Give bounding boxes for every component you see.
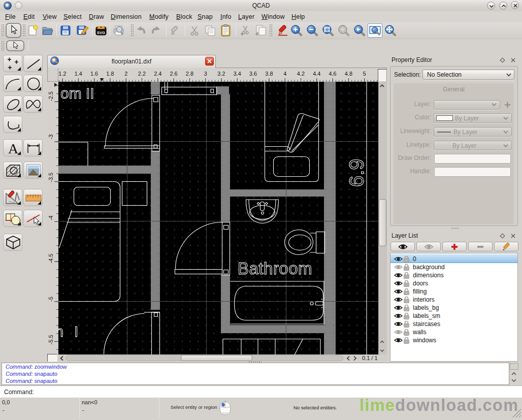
svg-text:4.8: 4.8 (345, 71, 352, 77)
svg-text:-4.5: -4.5 (48, 254, 54, 264)
svg-text:-5.5: -5.5 (48, 335, 54, 344)
svg-text:4.4: 4.4 (313, 71, 320, 77)
svg-text:3: 3 (204, 71, 207, 77)
svg-text:5: 5 (363, 71, 366, 77)
svg-text:1.2: 1.2 (58, 71, 66, 77)
svg-text:-3.5: -3.5 (48, 173, 54, 182)
svg-text:3.8: 3.8 (265, 71, 273, 77)
svg-text:SVG: SVG (97, 30, 105, 35)
svg-text:4.6: 4.6 (329, 71, 336, 77)
svg-text:3.6: 3.6 (249, 71, 257, 77)
svg-text:A: A (8, 141, 19, 156)
svg-text:1.8: 1.8 (106, 71, 114, 77)
svg-text:Bathroom: Bathroom (238, 259, 312, 278)
svg-text:om II: om II (60, 85, 94, 102)
svg-text:I: I (74, 323, 78, 340)
svg-text:-5: -5 (48, 297, 54, 302)
svg-text:3.4: 3.4 (234, 71, 241, 77)
svg-text:-4: -4 (48, 215, 54, 220)
svg-text:-3: -3 (48, 135, 54, 140)
svg-text:1.6: 1.6 (90, 71, 98, 77)
svg-text:2: 2 (124, 71, 127, 77)
svg-text:4: 4 (283, 71, 286, 77)
svg-text:2.2: 2.2 (138, 71, 146, 77)
svg-text:2.8: 2.8 (186, 71, 193, 77)
svg-text:m: m (58, 323, 63, 340)
svg-text:3.2: 3.2 (217, 71, 225, 77)
svg-text:1.4: 1.4 (75, 71, 82, 77)
svg-text:2.6: 2.6 (170, 71, 177, 77)
svg-text:2.4: 2.4 (154, 71, 161, 77)
svg-text:4.2: 4.2 (297, 71, 305, 77)
svg-text:6.9: 6.9 (345, 158, 368, 187)
svg-text:-2.5: -2.5 (48, 91, 54, 101)
